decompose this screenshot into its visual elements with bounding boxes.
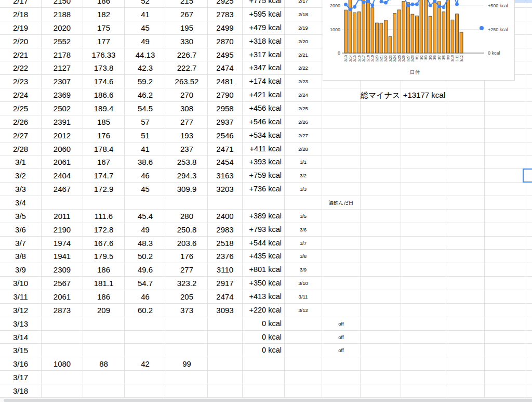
cell[interactable] (485, 371, 526, 384)
cell[interactable] (485, 88, 526, 102)
cell[interactable] (446, 183, 485, 196)
cell[interactable]: 2546 (208, 129, 243, 142)
cell[interactable]: 1080 (42, 357, 83, 371)
cell[interactable]: 205 (166, 290, 208, 304)
cell[interactable] (446, 384, 485, 398)
cell[interactable] (361, 290, 401, 304)
cell[interactable]: 2925 (208, 0, 243, 8)
cell[interactable] (401, 142, 446, 156)
cell[interactable]: +736 kcal (243, 183, 285, 196)
cell[interactable]: 179.5 (83, 250, 125, 263)
cell[interactable] (526, 88, 532, 102)
date-cell[interactable]: 3/14 (0, 331, 42, 344)
cell[interactable]: 42.3 (125, 61, 166, 75)
cell[interactable]: +534 kcal (243, 129, 285, 142)
cell[interactable]: +174 kcal (243, 75, 285, 88)
cell[interactable] (361, 155, 401, 169)
total-minus-value-cell[interactable]: +13177 kcal (401, 88, 446, 102)
cell[interactable] (42, 384, 83, 398)
cell[interactable] (166, 331, 208, 344)
cell[interactable] (401, 371, 446, 384)
cell[interactable] (446, 317, 485, 331)
cell[interactable] (322, 290, 361, 304)
cell[interactable]: 50.2 (125, 250, 166, 263)
cell[interactable]: 51 (125, 129, 166, 142)
cell[interactable]: 2/22 (285, 61, 322, 75)
cell[interactable]: 175 (83, 21, 125, 35)
cell[interactable]: 52 (125, 0, 166, 8)
cell[interactable]: 308 (166, 102, 208, 115)
date-cell[interactable]: 3/18 (0, 384, 42, 398)
date-cell[interactable]: 3/1 (0, 155, 42, 169)
cell[interactable]: 2552 (42, 35, 83, 48)
cell[interactable] (526, 21, 532, 35)
cell[interactable]: off (322, 317, 361, 331)
cell[interactable] (361, 196, 401, 210)
cell[interactable]: 3/8 (285, 250, 322, 263)
cell[interactable] (526, 304, 532, 317)
cell[interactable] (361, 115, 401, 129)
cell[interactable] (401, 263, 446, 277)
cell[interactable] (361, 371, 401, 384)
cell[interactable] (485, 384, 526, 398)
cell[interactable] (526, 223, 532, 237)
cell[interactable]: 2873 (42, 304, 83, 317)
cell[interactable]: 2178 (42, 48, 83, 62)
cell[interactable] (446, 142, 485, 156)
date-cell[interactable]: 2/21 (0, 48, 42, 62)
cell[interactable]: 176.33 (83, 48, 125, 62)
cell[interactable] (446, 250, 485, 263)
cell[interactable] (401, 102, 446, 115)
cell[interactable] (166, 384, 208, 398)
cell[interactable] (526, 317, 532, 331)
cell[interactable] (243, 371, 285, 384)
cell[interactable]: 277 (166, 263, 208, 277)
cell[interactable]: +479 kcal (243, 21, 285, 35)
cell[interactable]: 2/28 (285, 142, 322, 156)
cell[interactable] (485, 102, 526, 115)
cell[interactable]: 2391 (42, 115, 83, 129)
cell[interactable]: 88 (83, 357, 125, 371)
cell[interactable] (208, 317, 243, 331)
cell[interactable] (322, 277, 361, 290)
cell[interactable]: 186 (83, 290, 125, 304)
cell[interactable]: +595 kcal (243, 8, 285, 21)
cell[interactable] (526, 263, 532, 277)
cell[interactable] (83, 384, 125, 398)
cell[interactable]: 2/25 (285, 102, 322, 115)
cell[interactable] (526, 384, 532, 398)
date-cell[interactable]: 2/23 (0, 75, 42, 88)
cell[interactable] (401, 237, 446, 250)
cell[interactable] (401, 155, 446, 169)
cell[interactable]: 167 (83, 155, 125, 169)
cell[interactable] (446, 344, 485, 357)
cell[interactable]: 182 (83, 8, 125, 21)
cell[interactable] (526, 75, 532, 88)
cell[interactable]: 57 (125, 115, 166, 129)
cell[interactable] (83, 196, 125, 210)
cell[interactable]: 174.6 (83, 75, 125, 88)
cell[interactable]: 3/12 (285, 304, 322, 317)
date-cell[interactable]: 3/15 (0, 344, 42, 357)
cell[interactable] (361, 317, 401, 331)
cell[interactable] (285, 317, 322, 331)
cell[interactable] (526, 210, 532, 223)
cell[interactable]: +220 kcal (243, 304, 285, 317)
cell[interactable]: 38.6 (125, 155, 166, 169)
date-cell[interactable]: 3/12 (0, 304, 42, 317)
cell[interactable]: 2567 (42, 277, 83, 290)
cell[interactable] (485, 142, 526, 156)
cell[interactable]: +544 kcal (243, 237, 285, 250)
cell[interactable] (361, 331, 401, 344)
cell[interactable]: 49.6 (125, 263, 166, 277)
cell[interactable] (446, 129, 485, 142)
cell[interactable] (361, 250, 401, 263)
cell[interactable] (526, 237, 532, 250)
cell[interactable]: 2/20 (285, 35, 322, 48)
cell[interactable] (401, 277, 446, 290)
cell[interactable] (322, 304, 361, 317)
cell[interactable]: 2376 (208, 250, 243, 263)
cell[interactable]: 280 (166, 210, 208, 223)
cell[interactable]: 2499 (208, 21, 243, 35)
cell[interactable]: 2012 (42, 129, 83, 142)
